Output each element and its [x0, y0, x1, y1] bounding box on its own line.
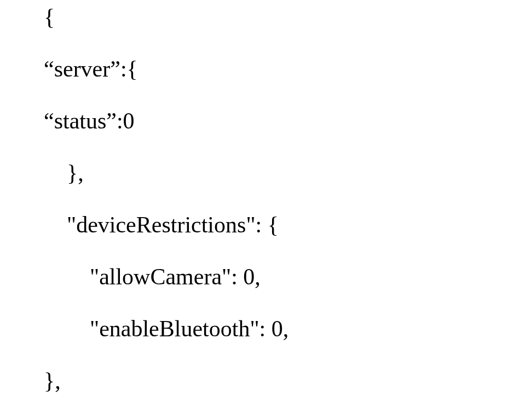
code-line-4: },	[44, 161, 531, 184]
code-line-2: “server”:{	[44, 57, 531, 80]
code-line-8: },	[44, 369, 531, 392]
code-line-5: "deviceRestrictions": {	[44, 213, 531, 236]
code-line-7: "enableBluetooth": 0,	[44, 317, 531, 340]
code-line-1: {	[44, 5, 531, 28]
code-line-3: “status”:0	[44, 109, 531, 132]
code-line-6: "allowCamera": 0,	[44, 265, 531, 288]
